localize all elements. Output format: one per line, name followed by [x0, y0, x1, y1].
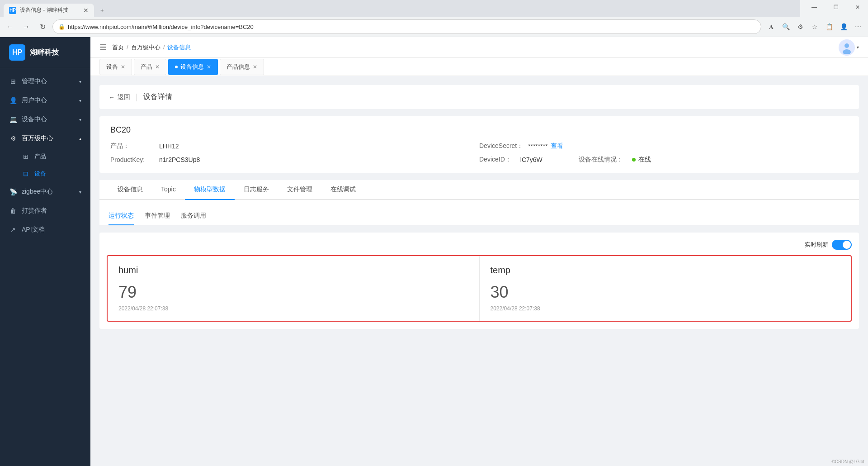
tab-product-label: 产品	[141, 63, 152, 71]
tab-close-button[interactable]: ✕	[83, 7, 89, 14]
sub-tab-services[interactable]: 服务调用	[181, 207, 206, 225]
browser-tab-active[interactable]: HP 设备信息 - 湖畔科技 ✕	[4, 4, 94, 17]
tab-device-info[interactable]: 设备信息 ✕	[168, 59, 218, 75]
chevron-down-icon[interactable]: ▾	[857, 45, 859, 50]
management-icon: ⊞	[9, 77, 17, 86]
sidebar-item-zigbee[interactable]: 📡 zigbee中心 ▾	[0, 182, 90, 201]
product-key-label: ProductKey:	[110, 156, 156, 163]
toggle-knob	[843, 241, 851, 249]
breadcrumb-sep-2: /	[163, 44, 165, 51]
back-nav-button[interactable]: ←	[4, 20, 16, 33]
device-tab-tsl[interactable]: 物模型数据	[185, 180, 235, 200]
device-tabs: 设备信息 Topic 物模型数据 日志服务 文件管理 在线调试	[99, 180, 859, 200]
realtime-label: 实时刷新	[805, 241, 828, 249]
device-tab-file[interactable]: 文件管理	[278, 180, 321, 200]
page-title: 设备详情	[143, 92, 172, 102]
data-card-temp: temp 30 2022/04/28 22:07:38	[480, 256, 851, 321]
settings-button[interactable]: ⚙	[794, 20, 807, 33]
product-sub-label: 产品	[34, 152, 46, 161]
new-tab-button[interactable]: +	[95, 4, 109, 16]
star-button[interactable]: ☆	[808, 20, 821, 33]
tab-product-close[interactable]: ✕	[155, 64, 160, 70]
sidebar-item-device[interactable]: 💻 设备中心 ▾	[0, 110, 90, 129]
sub-tab-running[interactable]: 运行状态	[108, 207, 134, 225]
product-label: 产品：	[110, 142, 156, 150]
tab-product-info[interactable]: 产品信息 ✕	[220, 59, 264, 75]
topbar-right: ▾	[839, 39, 859, 56]
nav-actions: 𝐀 🔍 ⚙ ☆ 📋 👤 ⋯	[765, 20, 864, 33]
topbar: ☰ 首页 / 百万级中心 / 设备信息 ▾	[90, 37, 868, 58]
device-id-value: lC7y6W	[520, 156, 542, 163]
realtime-toggle-row: 实时刷新	[107, 240, 852, 250]
sidebar-item-api[interactable]: ↗ API文档	[0, 220, 90, 239]
hamburger-button[interactable]: ☰	[99, 43, 107, 52]
device-tab-log[interactable]: 日志服务	[235, 180, 278, 200]
view-secret-button[interactable]: 查看	[551, 142, 563, 150]
million-icon: ⚙	[9, 134, 17, 143]
device-id-label: DeviceID：	[479, 156, 511, 164]
zigbee-icon: 📡	[9, 188, 17, 196]
more-button[interactable]: ⋯	[852, 20, 864, 33]
device-tab-info[interactable]: 设备信息	[108, 180, 152, 200]
data-card-humi: humi 79 2022/04/28 22:07:38	[108, 256, 480, 321]
browser-nav: ← → ↻ 🔒 https://www.nnhpiot.com/main/#/M…	[0, 17, 868, 37]
sidebar-item-user[interactable]: 👤 用户中心 ▾	[0, 91, 90, 110]
reward-icon: 🗑	[9, 207, 17, 215]
data-section: 实时刷新 humi 79 2022/04/28 22:07:38 temp 30	[99, 233, 859, 329]
zigbee-label: zigbee中心	[22, 188, 53, 196]
sidebar-item-million[interactable]: ⚙ 百万级中心 ▴	[0, 129, 90, 148]
tab-device[interactable]: 设备 ✕	[99, 59, 132, 75]
copyright-text: ©CSDN @LGlot	[831, 459, 864, 464]
breadcrumb-home[interactable]: 首页	[112, 43, 124, 52]
back-label: 返回	[118, 93, 130, 101]
reading-mode-button[interactable]: 𝐀	[765, 20, 778, 33]
tab-favicon: HP	[9, 7, 16, 14]
device-tab-topic[interactable]: Topic	[152, 180, 185, 200]
maximize-button[interactable]: ❐	[826, 0, 846, 14]
tab-device-info-label: 设备信息	[180, 63, 204, 71]
sidebar-item-reward[interactable]: 🗑 打赏作者	[0, 201, 90, 220]
tab-device-info-close[interactable]: ✕	[207, 64, 211, 70]
back-button[interactable]: ← 返回	[108, 93, 130, 101]
sub-tab-events[interactable]: 事件管理	[145, 207, 170, 225]
temp-timestamp: 2022/04/28 22:07:38	[491, 305, 840, 312]
url-text: https://www.nnhpiot.com/main/#/Million/d…	[68, 24, 254, 30]
device-tabs-container: 设备信息 Topic 物模型数据 日志服务 文件管理 在线调试 运行状态 事件管…	[99, 180, 859, 225]
management-label: 管理中心	[22, 77, 47, 86]
tab-device-label: 设备	[106, 63, 118, 71]
product-key-value: n1r2PCS3Up8	[159, 156, 200, 163]
zoom-button[interactable]: 🔍	[779, 20, 792, 33]
status-dot-icon	[632, 158, 636, 162]
forward-nav-button[interactable]: →	[20, 20, 33, 33]
breadcrumb: 首页 / 百万级中心 / 设备信息	[112, 43, 191, 52]
breadcrumb-million[interactable]: 百万级中心	[131, 43, 160, 52]
profile-button[interactable]: 👤	[837, 20, 850, 33]
device-icon: 💻	[9, 115, 17, 124]
humi-name: humi	[118, 265, 468, 276]
svg-point-0	[844, 43, 849, 48]
tab-product[interactable]: 产品 ✕	[134, 59, 166, 75]
device-name: BC20	[110, 125, 848, 135]
breadcrumb-current: 设备信息	[167, 43, 191, 52]
sidebar-subitem-product[interactable]: ⊞ 产品	[0, 148, 90, 165]
realtime-toggle[interactable]	[832, 240, 852, 250]
reward-label: 打赏作者	[22, 207, 47, 215]
sidebar-subitem-device[interactable]: ⊟ 设备	[0, 165, 90, 182]
close-button[interactable]: ✕	[847, 0, 868, 14]
back-arrow-icon: ←	[108, 94, 115, 101]
minimize-button[interactable]: —	[804, 0, 825, 14]
product-sub-icon: ⊞	[22, 152, 30, 161]
api-icon: ↗	[9, 226, 17, 234]
device-card: BC20 产品： LHH12 DeviceSecret： ******** 查看	[99, 116, 859, 173]
device-sub-label: 设备	[34, 170, 46, 178]
user-avatar[interactable]	[839, 39, 855, 56]
logo-icon: HP	[9, 44, 25, 61]
sidebar-item-management[interactable]: ⊞ 管理中心 ▾	[0, 72, 90, 91]
device-tab-debug[interactable]: 在线调试	[321, 180, 365, 200]
tab-product-info-close[interactable]: ✕	[253, 64, 257, 70]
refresh-nav-button[interactable]: ↻	[36, 20, 49, 33]
tab-device-close[interactable]: ✕	[121, 64, 125, 70]
collections-button[interactable]: 📋	[823, 20, 835, 33]
address-bar[interactable]: 🔒 https://www.nnhpiot.com/main/#/Million…	[52, 19, 761, 34]
content-area: ← 返回 | 设备详情 BC20 产品： LHH12 DeviceSecret：	[90, 76, 868, 466]
